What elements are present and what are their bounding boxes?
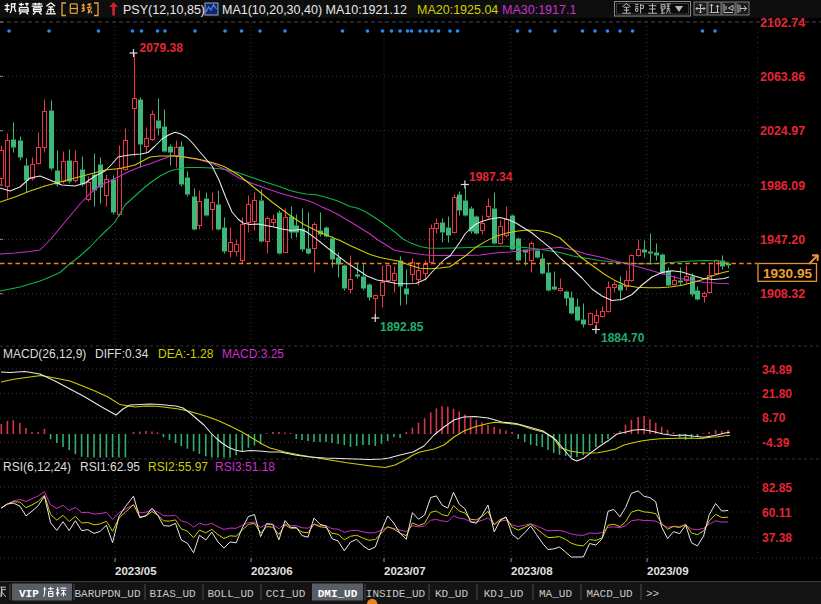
svg-text:1947.20: 1947.20 (760, 233, 805, 247)
svg-text:MACD:3.25: MACD:3.25 (222, 347, 284, 361)
svg-text:1930.95: 1930.95 (763, 266, 812, 281)
svg-text:BOLL_UD: BOLL_UD (207, 588, 254, 600)
svg-text:DMI_UD: DMI_UD (318, 588, 358, 600)
svg-text:INSIDE_UD: INSIDE_UD (366, 588, 426, 600)
svg-text:RSI(6,12,24): RSI(6,12,24) (3, 460, 71, 474)
svg-text:KDJ_UD: KDJ_UD (484, 588, 524, 600)
svg-text:2023/05: 2023/05 (115, 565, 157, 577)
svg-text:MA20:1925.04: MA20:1925.04 (417, 3, 498, 17)
svg-text:MA1(10,20,30,40) MA10:1921.12: MA1(10,20,30,40) MA10:1921.12 (222, 3, 407, 17)
svg-text:RSI3:51.18: RSI3:51.18 (215, 460, 275, 474)
svg-text:2023/09: 2023/09 (647, 565, 689, 577)
svg-text:BARUPDN_UD: BARUPDN_UD (74, 588, 140, 600)
svg-text:2079.38: 2079.38 (140, 41, 184, 55)
svg-text:1892.85: 1892.85 (380, 320, 424, 334)
svg-text:MACD_UD: MACD_UD (586, 588, 633, 600)
svg-text:VIP: VIP (19, 588, 39, 600)
svg-text:RSI2:55.97: RSI2:55.97 (148, 460, 208, 474)
svg-text:PSY(12,10,85): PSY(12,10,85) (123, 3, 205, 17)
svg-text:60.11: 60.11 (762, 506, 792, 520)
svg-text:MACD(26,12,9): MACD(26,12,9) (3, 347, 86, 361)
svg-text:DIFF:0.34: DIFF:0.34 (95, 347, 149, 361)
svg-text:21.80: 21.80 (762, 387, 792, 401)
svg-text:>>: >> (646, 588, 659, 600)
svg-text:1986.09: 1986.09 (760, 179, 805, 193)
svg-text:1987.34: 1987.34 (469, 170, 513, 184)
svg-text:37.38: 37.38 (762, 531, 792, 545)
svg-text:2024.97: 2024.97 (760, 124, 805, 138)
svg-text:DEA:-1.28: DEA:-1.28 (158, 347, 214, 361)
svg-text:-4.39: -4.39 (762, 436, 790, 450)
svg-text:82.85: 82.85 (762, 481, 792, 495)
svg-text:CCI_UD: CCI_UD (266, 588, 306, 600)
svg-text:2023/07: 2023/07 (384, 565, 426, 577)
svg-text:8.70: 8.70 (762, 411, 786, 425)
svg-text:34.89: 34.89 (762, 363, 792, 377)
svg-text:2023/06: 2023/06 (251, 565, 293, 577)
svg-text:BIAS_UD: BIAS_UD (149, 588, 196, 600)
svg-text:1908.32: 1908.32 (760, 287, 805, 301)
svg-text:MA30:1917.1: MA30:1917.1 (502, 3, 576, 17)
svg-text:2063.86: 2063.86 (760, 70, 805, 84)
svg-text:MA_UD: MA_UD (539, 588, 572, 600)
svg-text:2023/08: 2023/08 (511, 565, 553, 577)
svg-text:KD_UD: KD_UD (435, 588, 468, 600)
svg-text:1884.70: 1884.70 (601, 331, 645, 345)
svg-text:RSI1:62.95: RSI1:62.95 (80, 460, 140, 474)
